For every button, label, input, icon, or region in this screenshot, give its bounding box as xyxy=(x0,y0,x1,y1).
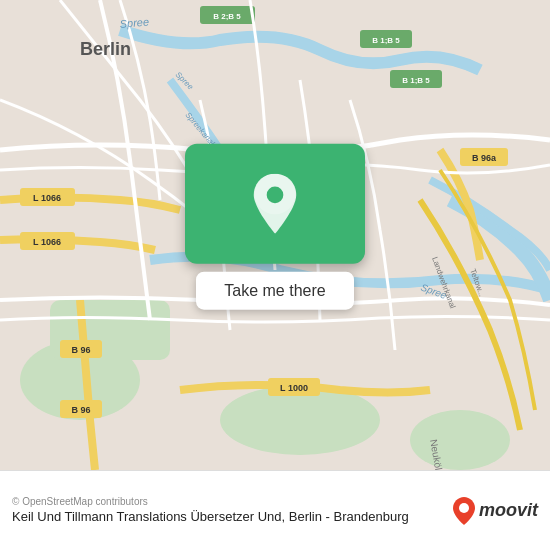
svg-text:B 1;B 5: B 1;B 5 xyxy=(372,36,400,45)
take-me-there-button[interactable]: Take me there xyxy=(196,272,353,310)
moovit-logo[interactable]: moovit xyxy=(453,497,538,525)
location-pin-icon xyxy=(250,174,300,234)
svg-point-3 xyxy=(410,410,510,470)
svg-text:B 96: B 96 xyxy=(71,345,90,355)
svg-text:B 2;B 5: B 2;B 5 xyxy=(213,12,241,21)
moovit-brand-text: moovit xyxy=(479,500,538,521)
location-text: Keil Und Tillmann Translations Übersetze… xyxy=(12,509,443,526)
bottom-bar: © OpenStreetMap contributors Keil Und Ti… xyxy=(0,470,550,550)
green-card xyxy=(185,144,365,264)
svg-text:L 1066: L 1066 xyxy=(33,237,61,247)
copyright-text: © OpenStreetMap contributors xyxy=(12,496,443,507)
svg-text:L 1066: L 1066 xyxy=(33,193,61,203)
svg-text:Spree: Spree xyxy=(119,15,149,30)
map-container: L 1066 L 1066 B 96 B 96 B 96a L 1000 B 2… xyxy=(0,0,550,470)
svg-text:B 96: B 96 xyxy=(71,405,90,415)
button-overlay: Take me there xyxy=(185,144,365,310)
bottom-left: © OpenStreetMap contributors Keil Und Ti… xyxy=(12,496,443,526)
svg-text:Berlin: Berlin xyxy=(80,39,131,59)
svg-point-33 xyxy=(267,187,284,204)
svg-point-34 xyxy=(459,503,469,513)
svg-text:B 1;B 5: B 1;B 5 xyxy=(402,76,430,85)
moovit-pin-icon xyxy=(453,497,475,525)
svg-text:L 1000: L 1000 xyxy=(280,383,308,393)
svg-text:B 96a: B 96a xyxy=(472,153,497,163)
